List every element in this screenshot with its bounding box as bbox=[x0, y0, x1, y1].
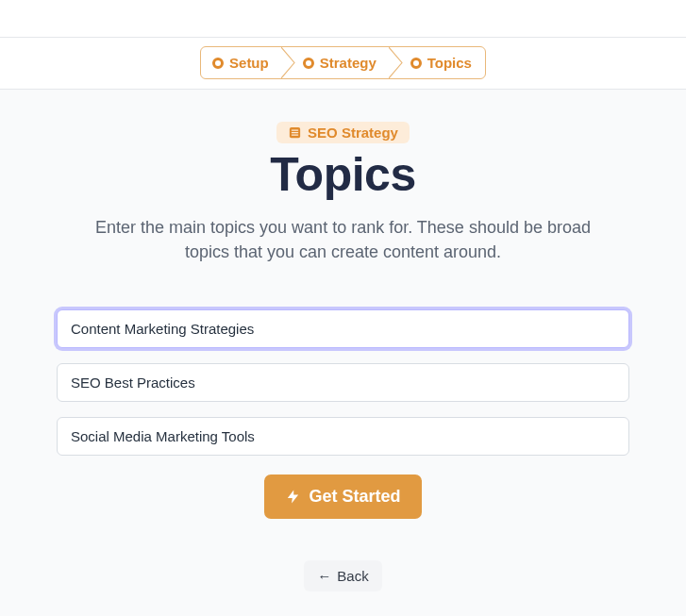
back-button[interactable]: ← Back bbox=[304, 560, 381, 591]
get-started-label: Get Started bbox=[309, 487, 400, 507]
arrow-left-icon: ← bbox=[317, 568, 331, 584]
breadcrumb-bar: Setup Strategy Topics bbox=[0, 38, 686, 90]
circle-icon bbox=[212, 58, 224, 69]
back-label: Back bbox=[337, 568, 368, 584]
topic-input-2[interactable] bbox=[57, 363, 629, 402]
chevron-right-icon bbox=[281, 47, 296, 78]
breadcrumb: Setup Strategy Topics bbox=[200, 46, 486, 79]
page-title: Topics bbox=[57, 147, 629, 202]
breadcrumb-label: Topics bbox=[427, 55, 472, 71]
breadcrumb-label: Setup bbox=[229, 55, 269, 71]
section-pill-label: SEO Strategy bbox=[308, 125, 398, 141]
breadcrumb-label: Strategy bbox=[320, 55, 376, 71]
lightning-icon bbox=[285, 489, 301, 505]
breadcrumb-item-setup[interactable]: Setup bbox=[201, 47, 282, 78]
breadcrumb-item-topics[interactable]: Topics bbox=[390, 47, 485, 78]
topic-input-3[interactable] bbox=[57, 417, 629, 456]
topic-inputs bbox=[57, 309, 629, 456]
breadcrumb-item-strategy[interactable]: Strategy bbox=[282, 47, 390, 78]
chevron-right-icon bbox=[389, 47, 404, 78]
list-icon bbox=[288, 125, 302, 140]
section-pill: SEO Strategy bbox=[276, 122, 410, 143]
get-started-button[interactable]: Get Started bbox=[264, 474, 421, 519]
circle-icon bbox=[303, 58, 314, 69]
top-bar bbox=[0, 0, 686, 38]
page-subtitle: Enter the main topics you want to rank f… bbox=[79, 215, 608, 264]
circle-icon bbox=[410, 58, 422, 69]
topic-input-1[interactable] bbox=[57, 309, 629, 348]
main-content: SEO Strategy Topics Enter the main topic… bbox=[0, 90, 686, 616]
